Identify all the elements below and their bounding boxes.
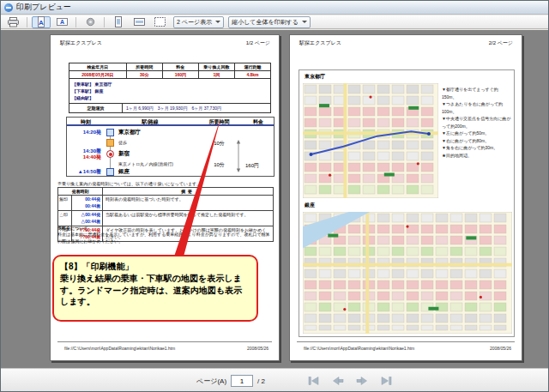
direction-step: ▼つきあたりを右に曲がって約100m。 <box>442 100 512 115</box>
maps-container: 東京都庁 ▼都庁通りを出てまっすぐ約150m。 ▼つきあたりを右に曲がって約10… <box>299 69 515 337</box>
landscape-page-icon: A <box>56 16 69 27</box>
alighting-station: 【下車駅】 銀座 <box>72 87 268 94</box>
summary-header: 料金 <box>163 63 199 71</box>
legend-row: △印 △00:44発 △00:44着 当駅着あるいは前駅発から標準所要時間を使っ… <box>58 211 273 226</box>
legend-header-row: 発着時刻 摘要 <box>58 188 273 196</box>
summary-value: 30分 <box>127 71 163 79</box>
shrink-to-fit-dropdown[interactable]: 縮小して全体を印刷する <box>228 16 311 28</box>
full-page-view-icon <box>154 16 166 27</box>
boarding-station: 【乗車駅】 東京都庁 <box>72 81 268 87</box>
shrink-to-fit-dropdown-label: 縮小して全体を印刷する <box>232 18 299 27</box>
commuter-pass-fares: 1ヶ月 6,990円 3ヶ月 19,930円 6ヶ月 37,730円 <box>123 104 270 112</box>
legend-desc: 当駅着あるいは前駅発から標準所要時間を使って推定した発着時刻です。 <box>103 211 273 226</box>
view-full-width-button[interactable] <box>130 16 148 28</box>
legend-times: △00:44発 △00:44着 <box>72 211 103 226</box>
walk-icon <box>106 139 114 147</box>
titlebar: 印刷プレビュー <box>1 1 548 15</box>
summary-header-row: 検索年月日 所要時間 料金 乗り換え回数 運行距離 <box>69 63 270 71</box>
chevron-down-icon <box>302 21 307 23</box>
fare-note-title: ※料金について <box>57 226 87 231</box>
route-header-time: 時刻 <box>67 118 105 124</box>
page-setup-button[interactable] <box>81 16 100 28</box>
legend-time: △00:44発 <box>81 212 100 217</box>
legend-times: 00:44発 00:44着 <box>72 196 103 210</box>
document-page-number: 1/2 ページ <box>246 39 270 47</box>
departure-time: 14:20発 <box>67 129 101 136</box>
station-icon <box>106 168 114 176</box>
print-button[interactable] <box>3 16 22 28</box>
summary-header: 運行距離 <box>235 63 270 71</box>
bottom-navigation-bar: ページ(A) / 2 <box>1 368 549 392</box>
summary-value: 4.8km <box>235 71 270 79</box>
commuter-pass-row: 定期運賃 1ヶ月 6,990円 3ヶ月 19,930円 6ヶ月 37,730円 <box>69 104 270 112</box>
svg-text:A: A <box>59 19 63 25</box>
legend-mark: △印 <box>58 211 72 226</box>
direction-step: ▼角を右に曲がって約30m。 <box>442 144 512 152</box>
summary-value: 1回 <box>199 71 235 79</box>
footer-date: 2008/05/26 <box>490 346 511 351</box>
summary-header: 乗り換え回数 <box>199 63 235 71</box>
full-width-view-icon <box>133 16 146 27</box>
legend-header-desc: 摘要 <box>103 188 273 195</box>
footer-divider <box>57 341 272 342</box>
direction-step: ▼右に曲がって約80m。 <box>442 137 512 145</box>
summary-header: 所要時間 <box>127 63 163 71</box>
chevron-down-icon <box>215 21 220 23</box>
next-page-button[interactable] <box>354 375 370 387</box>
fare-note-text: 料金は基本的に普通料金を表示していますが、利用する乗車経路により料金が異なります… <box>57 232 274 244</box>
legend-header-times: 発着時刻 <box>58 188 103 195</box>
view-full-page-button[interactable] <box>150 16 169 28</box>
origin-name: 東京都庁 <box>118 129 141 136</box>
route-header-station: 駅/路線 <box>105 118 196 124</box>
page-total-label: / 2 <box>257 377 265 385</box>
document-page-number: 2/2 ページ <box>489 39 513 47</box>
gear-icon <box>85 16 96 27</box>
last-page-button[interactable] <box>378 375 394 387</box>
last-page-icon <box>379 376 393 386</box>
previous-page-button[interactable] <box>330 375 346 387</box>
view-single-page-button[interactable] <box>109 16 128 28</box>
map2-label: 銀座 <box>305 202 315 209</box>
document-app-name: 駅探エクスプレス <box>60 39 102 47</box>
page-number-input[interactable] <box>231 375 253 387</box>
print-preview-window: 印刷プレビュー A A <box>0 0 549 392</box>
direction-step: ▼中央通り交差点を信号方向に曲がって約200m。 <box>442 115 512 130</box>
walk-label: 徒歩 <box>118 140 127 145</box>
legend-mark: 無印 <box>58 196 72 210</box>
printer-icon <box>7 17 20 27</box>
direction-step: ▼都庁通りを出てまっすぐ約150m。 <box>442 86 512 100</box>
ie-icon <box>4 3 13 12</box>
summary-header: 検索年月日 <box>69 63 127 71</box>
toolbar-separator <box>27 17 27 27</box>
page-nav-group <box>306 375 394 387</box>
page-view-dropdown-label: 2 ページ表示 <box>177 18 212 27</box>
fare-value: 160円 <box>245 162 259 170</box>
station-list: 【乗車駅】 東京都庁 【下車駅】 銀座 【経由駅】 <box>69 79 270 104</box>
landmark-icon <box>106 129 114 136</box>
route-header-duration: 所要時間 <box>196 118 243 124</box>
commuter-pass-label: 定期運賃 <box>69 104 123 112</box>
destination-name: 銀座 <box>118 168 130 176</box>
fare-span-arrow-icon <box>235 140 242 172</box>
landscape-button[interactable]: A <box>52 16 71 28</box>
page-view-dropdown[interactable]: 2 ページ表示 <box>173 16 224 28</box>
portrait-button[interactable]: A <box>32 16 51 28</box>
first-page-button[interactable] <box>306 375 322 387</box>
toolbar-separator <box>104 17 105 27</box>
via-station: 【経由駅】 <box>72 94 268 101</box>
next-page-icon <box>355 376 369 386</box>
summary-value-row: 2008年05月26日 30分 160円 1回 4.8km <box>69 71 270 79</box>
svg-text:A: A <box>39 19 44 27</box>
time-legend-note: ※乗り換え案内の発着時刻については、以下の通り扱いになっています。 <box>57 181 201 186</box>
preview-page-2: 駅探エクスプレス 2/2 ページ 東京都庁 ▼都庁通りを出てまっすぐ約150m。… <box>289 34 522 361</box>
summary-value: 160円 <box>163 71 199 79</box>
departure-time-transfer: 14:40発 <box>67 154 101 161</box>
preview-page-1: 駅探エクスプレス 1/2 ページ 検索年月日 所要時間 料金 乗り換え回数 運行… <box>50 34 280 361</box>
window-title: 印刷プレビュー <box>16 2 71 13</box>
page-field-label: ページ(A) <box>196 377 226 386</box>
footer-date: 2008/05/26 <box>247 346 268 351</box>
annotation-callout: 【8】「印刷機能」 乗り換え結果の乗車・下車駅の地図を表示します。ランドマーク指… <box>52 255 258 322</box>
transfer-station-name: 新宿 <box>118 150 130 158</box>
arrival-time: ▲14:50着 <box>67 168 101 176</box>
metro-icon <box>106 150 114 158</box>
